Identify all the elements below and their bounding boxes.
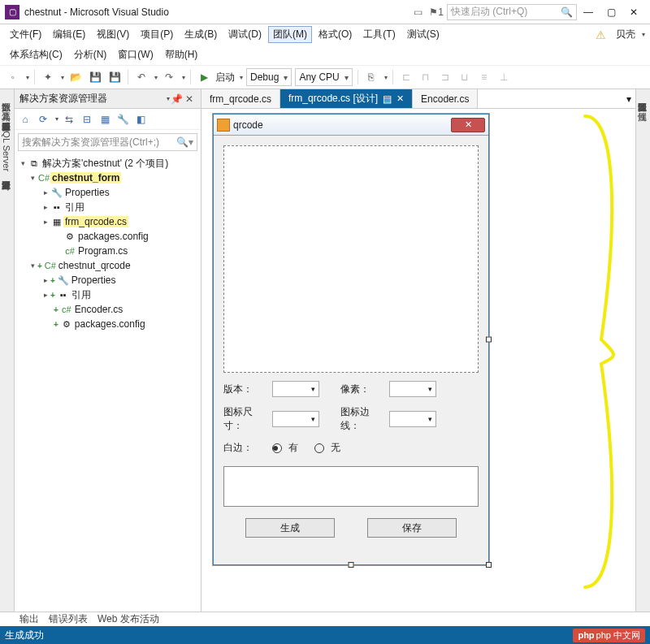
tree-item[interactable]: ▸+▪▪引用	[18, 287, 197, 302]
preview-icon[interactable]: ◧	[133, 112, 148, 127]
tree-item[interactable]: +c#Encoder.cs	[18, 302, 197, 317]
tree-item[interactable]: ▸▪▪引用	[18, 200, 197, 214]
titlebar: ▢ chestnut - Microsoft Visual Studio ▭ ⚑…	[0, 0, 650, 24]
designed-form[interactable]: qrcode ✕ 版本： ▾ 像素： ▾ 图标尺寸： ▾ 图标边线：	[213, 114, 489, 565]
tab-frm-qrcode-design[interactable]: frm_qrcode.cs [设计]▤✕	[280, 89, 413, 108]
close-tab-button[interactable]: ✕	[396, 93, 404, 104]
quick-launch-input[interactable]: 快速启动 (Ctrl+Q) 🔍	[447, 4, 577, 20]
radio-yes[interactable]	[272, 443, 282, 453]
config-combo[interactable]: Debug▾	[246, 68, 292, 86]
menu-edit[interactable]: 编辑(E)	[48, 26, 90, 43]
minimize-button[interactable]: —	[577, 4, 600, 20]
right-dock: 团队资源管理器 属性	[635, 89, 650, 612]
dock-server-explorer[interactable]: 服务器资源管理器	[0, 112, 14, 119]
warning-icon[interactable]: ⚠	[596, 28, 606, 41]
explorer-search-input[interactable]: 搜索解决方案资源管理器(Ctrl+;) 🔍▾	[18, 133, 197, 151]
home-icon[interactable]: ⌂	[18, 112, 32, 127]
dock-toolbox[interactable]: 工具箱	[0, 102, 14, 109]
tab-output[interactable]: 输出	[20, 612, 39, 626]
project-node-2[interactable]: ▾+C#chestnut_qrcode	[18, 258, 197, 273]
close-button[interactable]: ✕	[622, 4, 645, 20]
tab-encoder-cs[interactable]: Encoder.cs	[413, 89, 478, 108]
bottom-tool-tabs: 输出 错误列表 Web 发布活动	[0, 612, 650, 626]
tree-item[interactable]: +⚙packages.config	[18, 317, 197, 331]
tree-item[interactable]: ⚙packages.config	[18, 229, 197, 244]
menu-arch[interactable]: 体系结构(C)	[5, 46, 67, 63]
tab-frm-qrcode-cs[interactable]: frm_qrcode.cs	[202, 89, 280, 108]
tree-item[interactable]: c#Program.cs	[18, 244, 197, 258]
sync-icon[interactable]: ⇆	[62, 112, 76, 127]
dock-team-explorer[interactable]: 团队资源管理器	[636, 93, 650, 99]
save-all-button[interactable]: 💾	[106, 69, 123, 85]
tree-item-frm-qrcode[interactable]: ▸▦frm_qrcode.cs	[18, 214, 197, 229]
combo-iconsize[interactable]: ▾	[272, 411, 319, 427]
menu-analyze[interactable]: 分析(N)	[69, 46, 112, 63]
account-label[interactable]: 贝壳	[611, 26, 640, 43]
menu-project[interactable]: 项目(P)	[136, 26, 178, 43]
align-right-button: ⊐	[437, 69, 453, 85]
menu-file[interactable]: 文件(F)	[5, 26, 46, 43]
dock-properties[interactable]: 属性	[636, 102, 650, 109]
combo-pixel[interactable]: ▾	[389, 381, 436, 397]
align-top-button: ⊔	[457, 69, 473, 85]
solution-node[interactable]: ▾⧉解决方案'chestnut' (2 个项目)	[18, 156, 197, 171]
nav-back-button[interactable]: ◦	[5, 69, 21, 85]
menu-build[interactable]: 生成(B)	[180, 26, 222, 43]
menu-tools[interactable]: 工具(T)	[358, 26, 400, 43]
status-text: 生成成功	[5, 629, 44, 642]
maximize-button[interactable]: ▢	[600, 4, 622, 20]
label-version: 版本：	[223, 383, 267, 396]
tab-errorlist[interactable]: 错误列表	[49, 612, 88, 626]
save-button[interactable]: 💾	[87, 69, 103, 85]
redo-button[interactable]: ↷	[161, 69, 177, 85]
show-all-icon[interactable]: ▦	[98, 112, 112, 127]
quick-launch-placeholder: 快速启动 (Ctrl+Q)	[451, 5, 527, 19]
explorer-header: 解决方案资源管理器 ▾ 📌 ✕	[15, 89, 201, 109]
dock-datasource[interactable]: 数据源	[0, 93, 14, 99]
close-panel-button[interactable]: ✕	[183, 93, 196, 105]
radio-no[interactable]	[314, 443, 324, 453]
start-debug-button[interactable]: ▶	[196, 69, 212, 85]
pin-icon[interactable]: ▤	[383, 93, 392, 105]
resize-handle-right[interactable]	[486, 337, 492, 343]
left-dock: 数据源 工具箱 服务器资源管理器 SQL Server 对象资源管理器	[0, 89, 15, 612]
save-button[interactable]: 保存	[367, 518, 457, 538]
generate-button[interactable]: 生成	[245, 518, 335, 538]
combo-iconborder[interactable]: ▾	[389, 411, 436, 427]
refresh-icon[interactable]: ⟳	[36, 112, 50, 127]
search-icon: 🔍▾	[176, 136, 193, 148]
tab-webpublish[interactable]: Web 发布活动	[98, 612, 159, 626]
tab-overflow-button[interactable]: ▾	[622, 89, 635, 108]
menu-window[interactable]: 窗口(W)	[113, 46, 158, 63]
tree-item[interactable]: ▸+🔧Properties	[18, 273, 197, 287]
combo-version[interactable]: ▾	[272, 381, 319, 397]
notifications-icon[interactable]: ▭	[414, 6, 422, 18]
new-project-button[interactable]: ✦	[40, 69, 56, 85]
picturebox[interactable]	[223, 145, 479, 373]
resize-handle-bottom[interactable]	[349, 562, 354, 568]
open-file-button[interactable]: 📂	[67, 69, 84, 85]
annotation-brace	[577, 112, 626, 591]
extra-tool-button[interactable]: ⎘	[363, 69, 379, 85]
menu-team[interactable]: 团队(M)	[268, 26, 312, 43]
form-designer[interactable]: qrcode ✕ 版本： ▾ 像素： ▾ 图标尺寸： ▾ 图标边线：	[213, 114, 517, 593]
dock-sql-explorer[interactable]: SQL Server 对象资源管理器	[0, 122, 14, 177]
properties-icon[interactable]: 🔧	[115, 112, 130, 127]
tree-item[interactable]: ▸🔧Properties	[18, 185, 197, 200]
project-node-1[interactable]: ▾C#chestnut_form	[18, 171, 197, 185]
flag-icon[interactable]: ⚑1	[429, 6, 444, 18]
undo-button[interactable]: ↶	[133, 69, 150, 85]
menu-debug[interactable]: 调试(D)	[223, 26, 266, 43]
menu-help[interactable]: 帮助(H)	[160, 46, 203, 63]
platform-combo[interactable]: Any CPU▾	[295, 68, 352, 86]
form-close-button[interactable]: ✕	[451, 118, 485, 132]
solution-tree: ▾⧉解决方案'chestnut' (2 个项目) ▾C#chestnut_for…	[15, 154, 201, 612]
menu-test[interactable]: 测试(S)	[402, 26, 444, 43]
textbox-content[interactable]	[223, 466, 479, 507]
menu-view[interactable]: 视图(V)	[92, 26, 134, 43]
collapse-icon[interactable]: ⊟	[80, 112, 94, 127]
resize-handle-corner[interactable]	[486, 562, 492, 568]
menu-format[interactable]: 格式(O)	[314, 26, 357, 43]
pin-icon[interactable]: 📌	[170, 93, 183, 105]
form-titlebar: qrcode ✕	[214, 115, 488, 136]
